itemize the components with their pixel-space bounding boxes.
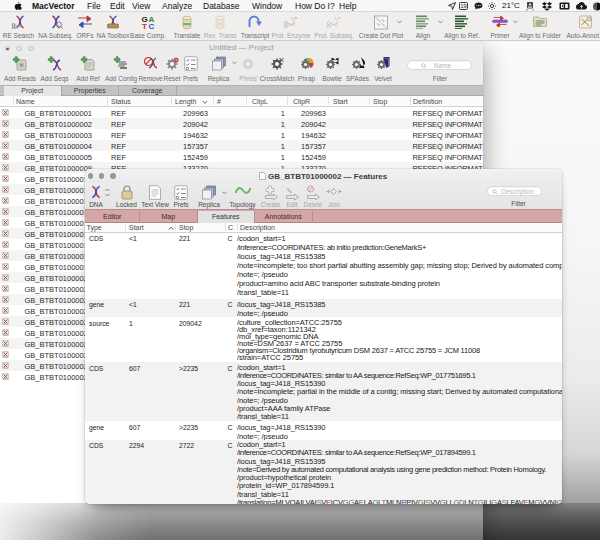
- svg-text:C: C: [149, 22, 155, 29]
- svg-text:19: 19: [460, 3, 466, 9]
- svg-text:T: T: [142, 22, 147, 29]
